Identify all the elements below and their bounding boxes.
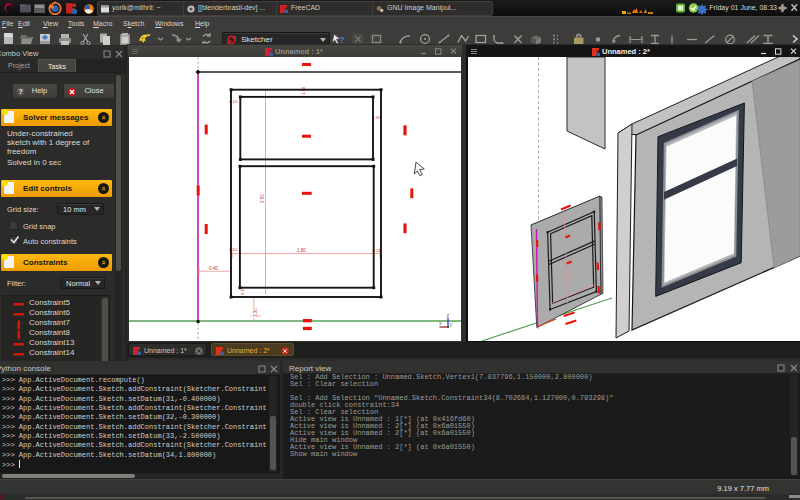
svg-text:0.40: 0.40 <box>209 266 218 271</box>
svg-text:x: x <box>439 320 442 326</box>
svg-text:2.50: 2.50 <box>260 194 265 203</box>
svg-text:y: y <box>450 321 453 327</box>
svg-text:?: ? <box>18 88 22 95</box>
svg-text:1.80: 1.80 <box>297 248 306 253</box>
svg-text:z: z <box>447 312 450 318</box>
svg-text:1.30: 1.30 <box>253 308 258 317</box>
